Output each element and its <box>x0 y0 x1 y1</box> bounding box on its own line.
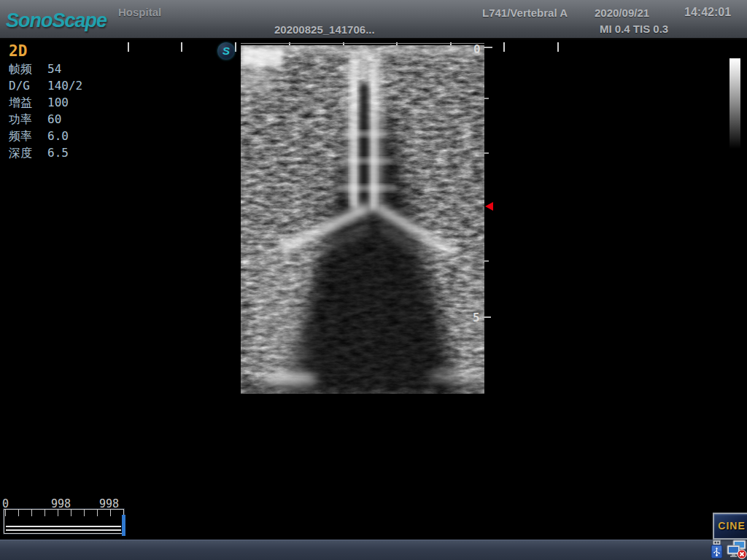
param-label: 频率 <box>9 129 32 144</box>
probe-preset: L741/Vertebral A <box>482 7 568 19</box>
param-label: D/G <box>9 79 30 93</box>
param-row-gain: 增益 100 <box>0 96 124 112</box>
cine-button[interactable]: CINE <box>713 513 747 540</box>
cine-track-lines <box>6 526 121 531</box>
param-label: 帧频 <box>9 62 32 77</box>
grayscale-bar <box>729 58 740 149</box>
system-taskbar <box>0 540 747 560</box>
top-status-bar: SonoScape Hospital 20200825_141706... L7… <box>0 0 747 39</box>
ultrasound-b-mode-image <box>241 45 484 394</box>
ruler-tick <box>235 42 236 52</box>
param-label: 深度 <box>9 146 32 161</box>
ultrasound-screen: SonoScape Hospital 20200825_141706... L7… <box>0 0 747 560</box>
imaging-mode-label: 2D <box>9 42 27 60</box>
focus-position-marker-icon[interactable] <box>485 202 493 211</box>
param-row-dg: D/G 140/2 <box>0 79 124 96</box>
cine-position-marker[interactable] <box>122 515 125 536</box>
param-value: 6.0 <box>47 129 69 143</box>
system-time: 14:42:01 <box>684 6 731 19</box>
depth-tick <box>484 260 489 262</box>
ruler-tick <box>181 42 182 52</box>
mi-tis-readout: MI 0.4 TIS 0.3 <box>600 23 668 35</box>
param-value: 60 <box>47 112 61 126</box>
probe-orientation-marker-icon: S <box>217 42 235 60</box>
ultrasound-speckle <box>241 45 484 394</box>
param-label: 功率 <box>9 112 32 128</box>
ruler-tick <box>557 42 559 52</box>
param-label: 增益 <box>9 96 32 111</box>
param-row-frame-rate: 帧频 54 <box>0 62 124 79</box>
exam-file-name: 20200825_141706... <box>274 23 375 36</box>
hospital-name: Hospital <box>118 6 161 18</box>
brand-logo: SonoScape <box>6 9 107 32</box>
depth-tick <box>484 152 489 154</box>
depth-tick <box>484 98 489 99</box>
network-disconnected-icon[interactable] <box>727 540 747 560</box>
param-value: 100 <box>47 96 69 109</box>
ruler-tick <box>503 42 505 52</box>
usb-device-icon[interactable] <box>709 540 724 560</box>
depth-ruler-top-label: 0 <box>473 42 481 56</box>
param-row-frequency: 频率 6.0 <box>0 129 124 146</box>
depth-ruler-bottom-label: 5 <box>473 311 480 324</box>
cine-scrubber-track[interactable] <box>4 509 124 534</box>
param-value: 140/2 <box>47 79 82 93</box>
depth-ruler-dash <box>482 316 491 318</box>
param-row-power: 功率 60 <box>0 112 124 129</box>
param-value: 54 <box>47 62 61 76</box>
cine-ruler-ticks <box>5 510 123 516</box>
system-date: 2020/09/21 <box>595 7 649 19</box>
depth-ruler-dash <box>484 47 492 48</box>
ruler-baseline <box>241 43 484 44</box>
param-row-depth: 深度 6.5 <box>0 146 124 163</box>
ruler-tick <box>128 42 129 52</box>
param-value: 6.5 <box>47 146 69 160</box>
